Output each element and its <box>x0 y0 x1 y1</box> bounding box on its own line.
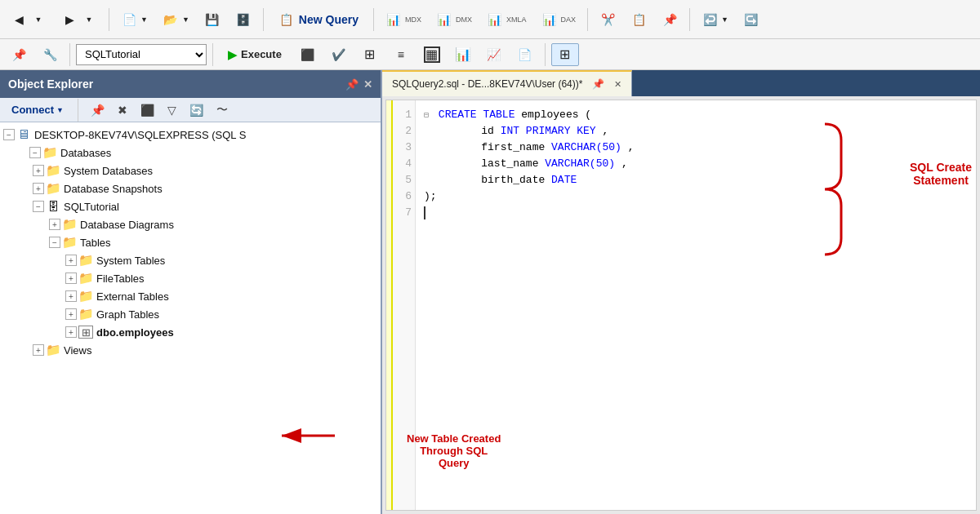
copy-icon: 📋 <box>630 11 647 28</box>
check-button[interactable]: ✔️ <box>325 43 353 66</box>
pin-tab-icon[interactable]: 📌 <box>592 78 604 90</box>
close-tab-icon[interactable]: ✕ <box>614 79 621 90</box>
oe-refresh-btn[interactable]: 🔄 <box>186 102 207 118</box>
redo-button[interactable]: ↪️ <box>737 8 765 31</box>
execute-button[interactable]: ▶ Execute <box>219 45 291 64</box>
client-stats-button[interactable]: 📈 <box>480 43 508 66</box>
xmla-label: XMLA <box>506 16 527 24</box>
new-query-button[interactable]: 📋 New Query <box>270 7 368 32</box>
server-expand[interactable]: − <box>3 129 15 140</box>
oe-toolbar: Connect ▼ 📌 ✖ ⬛ ▽ 🔄 〜 <box>0 98 381 122</box>
results-text-button[interactable]: ≡ <box>387 43 415 66</box>
collapse-icon[interactable]: ⊟ <box>424 111 429 120</box>
tree-item-databases[interactable]: − 📁 Databases <box>13 144 381 162</box>
xmla-icon: 📊 <box>487 11 503 28</box>
oe-disconnect-btn[interactable]: ✖ <box>114 102 131 118</box>
pin-button[interactable]: 📌 <box>5 43 33 66</box>
pin-header-icon[interactable]: 📌 <box>345 78 359 91</box>
db-snapshots-expand[interactable]: + <box>33 183 44 194</box>
table-grid-icon: ⊞ <box>78 326 93 339</box>
xmla-button[interactable]: 📊 XMLA <box>481 8 532 31</box>
estimated-plan-button[interactable]: ▦ <box>418 43 446 66</box>
results-text-icon: ≡ <box>393 47 409 63</box>
connect-button[interactable]: Connect ▼ <box>7 102 69 117</box>
open-button[interactable]: 📂 ▼ <box>157 8 195 31</box>
connect-dropdown-icon: ▼ <box>56 106 64 114</box>
tree-item-server[interactable]: − 🖥 DESKTOP-8KEV74V\SQLEXPRESS (SQL S <box>0 126 381 144</box>
undo-button[interactable]: ↩️ ▼ <box>696 8 734 31</box>
results-grid-button[interactable]: ⊞ <box>356 43 384 66</box>
graph-tables-expand[interactable]: + <box>65 308 77 320</box>
system-tables-expand[interactable]: + <box>65 255 77 266</box>
external-tables-icon: 📁 <box>78 290 93 303</box>
save-button[interactable]: 💾 <box>198 8 226 31</box>
system-db-expand[interactable]: + <box>33 165 44 176</box>
tree-item-sqltutorial[interactable]: − 🗄 SQLTutorial <box>0 197 381 215</box>
close-header-icon[interactable]: ✕ <box>363 78 372 91</box>
dax-button[interactable]: 📊 DAX <box>536 8 582 31</box>
line-num-6: 6 <box>396 188 412 205</box>
dbo-employees-label: dbo.employees <box>96 326 174 339</box>
filter-button[interactable]: 🔧 <box>36 43 64 66</box>
sql-tab-active[interactable]: SQLQuery2.sql - DE...8KEV74V\User (64))*… <box>382 70 632 96</box>
save-all-button[interactable]: 🗄️ <box>229 8 257 31</box>
system-db-label: System Databases <box>64 165 153 177</box>
tree-item-system-db[interactable]: + 📁 System Databases <box>0 162 381 179</box>
tree-item-filetables[interactable]: + 📁 FileTables <box>0 269 381 287</box>
results-grid-icon: ⊞ <box>362 47 378 63</box>
separator-4 <box>587 8 588 31</box>
oe-funnel-btn[interactable]: ▽ <box>164 102 180 118</box>
cut-icon: ✂️ <box>599 11 616 28</box>
tree-item-dbo-employees[interactable]: + ⊞ dbo.employees <box>0 323 381 341</box>
tree-item-views[interactable]: + 📁 Views <box>0 341 381 359</box>
databases-expand[interactable]: − <box>29 147 41 158</box>
back-button[interactable]: ◀ ▼ <box>5 8 52 31</box>
code-editor[interactable]: 1 2 3 4 5 6 7 ⊟ CREATE TABLE employees ( <box>385 100 977 511</box>
line-num-5: 5 <box>396 172 412 188</box>
filetables-expand[interactable]: + <box>65 273 77 284</box>
sqltutorial-expand[interactable]: − <box>33 201 44 212</box>
external-tables-expand[interactable]: + <box>65 290 77 302</box>
tree-item-system-tables[interactable]: + 📁 System Tables <box>0 251 381 269</box>
include-plan-button[interactable]: 📊 <box>449 43 477 66</box>
col-lastname: last_name <box>481 157 545 170</box>
databases-label: Databases <box>60 147 111 159</box>
results-file-button[interactable]: 📄 <box>511 43 539 66</box>
col-id: id <box>481 125 500 137</box>
tree-item-graph-tables[interactable]: + 📁 Graph Tables <box>0 305 381 323</box>
copy-button[interactable]: 📋 <box>625 8 653 31</box>
oe-filter-btn[interactable]: 📌 <box>87 102 108 118</box>
database-select[interactable]: SQLTutorial <box>76 44 207 65</box>
dbo-employees-expand[interactable]: + <box>65 326 77 338</box>
views-expand[interactable]: + <box>33 344 44 356</box>
tree-item-tables[interactable]: − 📁 Tables <box>0 233 381 251</box>
tables-expand[interactable]: − <box>49 237 60 248</box>
graph-tables-label: Graph Tables <box>96 308 159 321</box>
play-icon: ▶ <box>228 48 237 61</box>
tables-label: Tables <box>80 237 111 249</box>
dmx-button[interactable]: 📊 DMX <box>430 8 478 31</box>
external-tables-label: External Tables <box>96 290 169 303</box>
forward-button[interactable]: ▶ ▼ <box>56 8 103 31</box>
undo-icon: ↩️ <box>702 11 718 28</box>
oe-sep <box>78 99 78 122</box>
paste-button[interactable]: 📌 <box>656 8 684 31</box>
stop-button[interactable]: ⬛ <box>294 43 322 66</box>
code-content[interactable]: ⊟ CREATE TABLE employees ( id INT PRIMAR… <box>416 100 976 510</box>
db-diagrams-icon: 📁 <box>62 218 77 231</box>
line-num-2: 2 <box>396 123 412 140</box>
grid-view-button[interactable]: ⊞ <box>551 43 579 66</box>
code-line-4: last_name VARCHAR(50) , <box>424 156 968 172</box>
cut-button[interactable]: ✂️ <box>594 8 621 31</box>
new-file-button[interactable]: 📄 ▼ <box>115 8 154 31</box>
oe-summary-btn[interactable]: 〜 <box>213 101 231 119</box>
system-tables-label: System Tables <box>96 255 165 267</box>
db-diagrams-expand[interactable]: + <box>49 219 60 230</box>
tree-item-external-tables[interactable]: + 📁 External Tables <box>0 287 381 305</box>
line-num-7: 7 <box>396 205 412 221</box>
tree-item-db-diagrams[interactable]: + 📁 Database Diagrams <box>0 215 381 233</box>
mdx-button[interactable]: 📊 MDX <box>380 8 427 31</box>
oe-stop-btn[interactable]: ⬛ <box>137 102 158 118</box>
tree-item-db-snapshots[interactable]: + 📁 Database Snapshots <box>0 179 381 197</box>
dropdown-icon2: ▼ <box>81 11 97 28</box>
